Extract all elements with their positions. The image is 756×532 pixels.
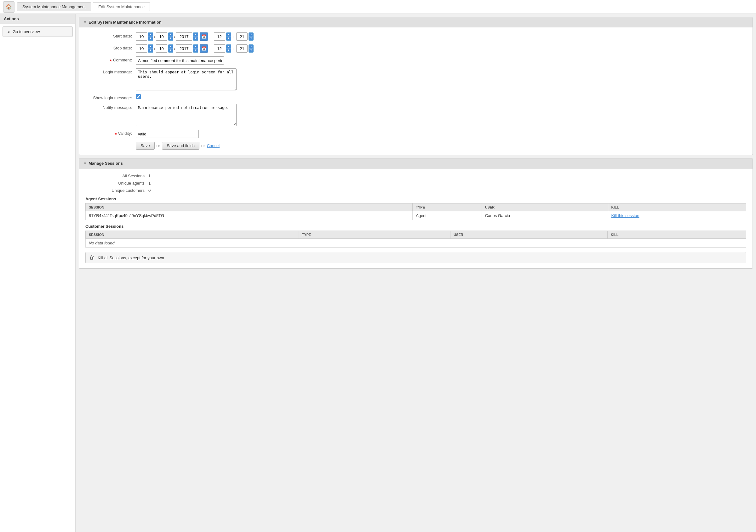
start-date-slash1: / [154,34,155,39]
customer-sessions-table: SESSION TYPE USER KILL No data found. [85,230,746,248]
sidebar: Actions ◄ Go to overview [0,14,76,532]
agent-col-user: USER [482,203,608,211]
stop-date-year[interactable] [176,44,192,53]
home-icon: 🏠 [6,4,12,10]
validity-label: Validity: [85,130,136,136]
sessions-toggle-arrow[interactable]: ▼ [84,162,87,165]
start-date-day[interactable] [156,33,167,40]
breadcrumb-system-maintenance[interactable]: System Maintenance Management [17,2,91,11]
agent-col-type: TYPE [413,203,482,211]
stop-date-day[interactable] [156,44,167,53]
all-sessions-label: All Sessions [85,173,148,178]
show-login-message-field [136,94,746,99]
all-sessions-value: 1 [148,173,150,178]
kill-all-sessions-button[interactable]: 🗑 Kill all Sessions, except for your own [85,252,746,263]
start-date-day-spinner[interactable]: ▲▼ [168,33,173,40]
customer-col-kill: KILL [608,231,746,239]
comment-field [136,56,746,65]
trash-icon: 🗑 [90,255,94,260]
customer-col-user: USER [450,231,607,239]
start-date-row: Start date: ▲▼ / ▲▼ / ▲▼ 📅 - ▲▼ [85,33,746,40]
start-date-field: ▲▼ / ▲▼ / ▲▼ 📅 - ▲▼ : ▲▼ [136,33,746,40]
login-message-label: Login message: [85,68,136,74]
login-message-field: This should appear at login screen for a… [136,68,746,91]
start-date-hour-spinner[interactable]: ▲▼ [226,33,231,40]
edit-section-header: ▼ Edit System Maintenance Information [79,17,752,27]
stop-date-minute-spinner[interactable]: ▲▼ [249,44,254,53]
start-date-label: Start date: [85,33,136,39]
page-layout: Actions ◄ Go to overview ▼ Edit System M… [0,14,756,532]
agent-col-session: SESSION [86,203,413,211]
edit-toggle-arrow[interactable]: ▼ [84,20,87,24]
start-date-year-spinner[interactable]: ▲▼ [193,33,198,40]
all-sessions-row: All Sessions 1 [85,173,746,178]
agent-session-kill-cell: Kill this session [608,211,746,220]
agent-session-type: Agent [413,211,482,220]
validity-input[interactable] [136,130,199,138]
agent-sessions-title: Agent Sessions [85,197,746,201]
go-to-overview-label: Go to overview [13,29,40,34]
kill-all-sessions-label: Kill all Sessions, except for your own [98,255,164,260]
stop-date-calendar-button[interactable]: 📅 [200,44,208,53]
sessions-body: All Sessions 1 Unique agents 1 Unique cu… [79,169,752,268]
stop-date-slash1: / [154,46,155,51]
start-date-minute-spinner[interactable]: ▲▼ [249,33,254,40]
kill-session-link[interactable]: Kill this session [611,213,639,218]
comment-label: Comment: [85,56,136,62]
edit-section-body: Start date: ▲▼ / ▲▼ / ▲▼ 📅 - ▲▼ [79,27,752,155]
customer-col-type: TYPE [299,231,450,239]
sessions-section-title: Manage Sessions [89,161,123,166]
top-nav: 🏠 System Maintenance Management Edit Sys… [0,0,756,14]
start-date-year[interactable] [176,33,192,40]
stop-date-field: ▲▼ / ▲▼ / ▲▼ 📅 - ▲▼ : ▲▼ [136,44,746,53]
stop-date-hour[interactable] [214,44,225,53]
show-login-message-checkbox[interactable] [136,94,141,99]
unique-customers-value: 0 [148,188,150,193]
customer-sessions-title: Customer Sessions [85,224,746,229]
sidebar-title: Actions [0,14,75,24]
stop-date-dash: - [210,46,212,51]
agent-sessions-table: SESSION TYPE USER KILL 81YR4xJJJTsqKpc49… [85,203,746,220]
notify-message-field: Maintenance period notification message. [136,104,746,126]
sessions-section: ▼ Manage Sessions All Sessions 1 Unique … [79,158,753,269]
comment-input[interactable] [136,56,224,65]
main-content: ▼ Edit System Maintenance Information St… [76,14,756,532]
start-date-slash2: / [174,34,176,39]
go-to-overview-button[interactable]: ◄ Go to overview [3,26,73,37]
stop-date-hour-spinner[interactable]: ▲▼ [226,44,231,53]
unique-agents-value: 1 [148,181,150,186]
notify-message-textarea[interactable]: Maintenance period notification message. [136,104,236,126]
stop-date-year-spinner[interactable]: ▲▼ [193,44,198,53]
start-date-hour[interactable] [214,33,225,40]
or-text-2: or [201,143,205,148]
stop-date-row: Stop date: ▲▼ / ▲▼ / ▲▼ 📅 - ▲▼ [85,44,746,53]
agent-table-header-row: SESSION TYPE USER KILL [86,203,746,211]
start-date-month[interactable] [136,33,147,40]
cancel-button[interactable]: Cancel [207,143,220,148]
start-date-calendar-button[interactable]: 📅 [200,33,208,40]
unique-agents-row: Unique agents 1 [85,181,746,186]
show-login-message-label: Show login message: [85,94,136,100]
agent-col-kill: KILL [608,203,746,211]
start-date-month-spinner[interactable]: ▲▼ [148,33,153,40]
agent-session-id: 81YR4xJJJTsqKpc49cJ9nYSqkbwPd5TG [86,211,413,220]
notify-message-label: Notify message: [85,104,136,110]
save-button[interactable]: Save [136,142,155,149]
validity-field [136,130,746,138]
stop-date-month-spinner[interactable]: ▲▼ [148,44,153,53]
show-login-message-row: Show login message: [85,94,746,100]
save-and-finish-button[interactable]: Save and finish [162,142,200,149]
unique-agents-label: Unique agents [85,181,148,186]
breadcrumb-edit-maintenance: Edit System Maintenance [93,2,150,11]
home-button[interactable]: 🏠 [3,1,14,13]
unique-customers-row: Unique customers 0 [85,188,746,193]
agent-session-user: Carlos Garcia [482,211,608,220]
stop-date-month[interactable] [136,44,147,53]
login-message-textarea[interactable]: This should appear at login screen for a… [136,68,236,91]
login-message-row: Login message: This should appear at log… [85,68,746,91]
customer-table-header-row: SESSION TYPE USER KILL [86,231,746,239]
stop-date-day-spinner[interactable]: ▲▼ [168,44,173,53]
stop-date-minute[interactable] [236,44,248,53]
start-date-minute[interactable] [236,33,248,40]
notify-message-row: Notify message: Maintenance period notif… [85,104,746,126]
